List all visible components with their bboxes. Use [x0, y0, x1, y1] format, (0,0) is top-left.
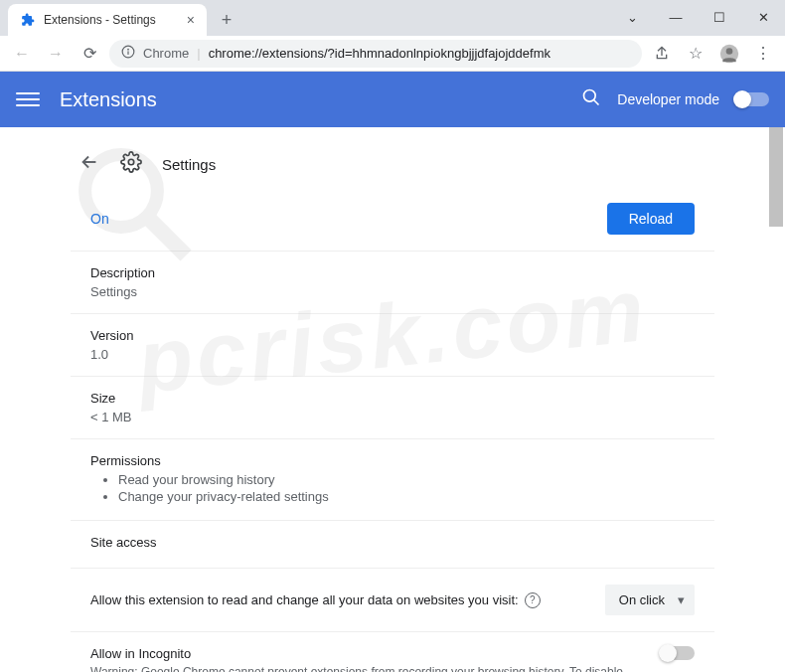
size-label: Size	[90, 391, 695, 406]
page-title: Extensions	[60, 88, 157, 111]
on-status-label: On	[90, 211, 109, 227]
svg-point-5	[584, 90, 596, 102]
maximize-icon[interactable]: ☐	[698, 2, 741, 32]
back-arrow-icon[interactable]	[78, 151, 100, 177]
developer-mode-label: Developer mode	[617, 91, 719, 107]
menu-dots-icon[interactable]: ⋮	[749, 40, 777, 68]
share-icon[interactable]	[648, 40, 676, 68]
menu-icon[interactable]	[16, 87, 40, 111]
permissions-label: Permissions	[90, 453, 695, 468]
close-window-icon[interactable]: ✕	[741, 2, 785, 32]
gear-icon	[120, 151, 142, 177]
incognito-warning: Warning: Google Chrome cannot prevent ex…	[90, 663, 641, 672]
svg-point-7	[128, 159, 134, 165]
site-access-header: Site access	[71, 521, 714, 569]
permission-item: Read your browsing history	[118, 472, 695, 487]
size-value: < 1 MB	[90, 410, 695, 424]
omnibox[interactable]: Chrome | chrome://extensions/?id=hhmnado…	[109, 40, 642, 68]
description-value: Settings	[90, 284, 695, 299]
permissions-list: Read your browsing history Change your p…	[90, 472, 695, 504]
svg-point-1	[127, 49, 129, 51]
extension-puzzle-icon	[20, 12, 36, 28]
site-access-label: Site access	[90, 535, 695, 550]
reload-button[interactable]: Reload	[607, 203, 695, 235]
version-section: Version 1.0	[71, 314, 714, 377]
extension-name: Settings	[162, 156, 216, 173]
tab-title: Extensions - Settings	[44, 13, 156, 27]
new-tab-button[interactable]: +	[213, 6, 240, 34]
search-icon[interactable]	[581, 87, 601, 111]
minimize-icon[interactable]: —	[654, 2, 698, 32]
svg-line-6	[594, 100, 599, 105]
close-tab-icon[interactable]: ×	[187, 12, 195, 28]
extension-detail-card: Settings On Reload Description Settings …	[71, 139, 714, 672]
profile-avatar-icon[interactable]	[715, 40, 743, 68]
incognito-label: Allow in Incognito	[90, 646, 641, 661]
scrollbar[interactable]	[769, 127, 783, 227]
browser-titlebar: Extensions - Settings × + ⌄ — ☐ ✕	[0, 0, 785, 36]
reload-icon[interactable]: ⟳	[76, 40, 103, 68]
description-label: Description	[90, 265, 695, 280]
omnibox-prefix: Chrome	[143, 46, 189, 61]
permission-item: Change your privacy-related settings	[118, 489, 695, 504]
window-dropdown-icon[interactable]: ⌄	[610, 2, 654, 32]
incognito-toggle[interactable]	[661, 646, 695, 660]
help-icon[interactable]: ?	[525, 592, 541, 608]
description-section: Description Settings	[71, 252, 714, 314]
svg-rect-2	[127, 51, 128, 55]
card-header: Settings	[71, 139, 714, 195]
back-icon[interactable]: ←	[8, 40, 36, 68]
version-label: Version	[90, 328, 695, 343]
permissions-section: Permissions Read your browsing history C…	[71, 439, 714, 521]
svg-point-4	[726, 48, 733, 55]
omnibox-url: chrome://extensions/?id=hhmnadonlnpiokng…	[209, 46, 550, 61]
size-section: Size < 1 MB	[71, 377, 714, 439]
site-info-icon	[121, 45, 135, 62]
window-controls: ⌄ — ☐ ✕	[610, 2, 785, 32]
bookmark-icon[interactable]: ☆	[682, 40, 709, 68]
browser-tab[interactable]: Extensions - Settings ×	[8, 4, 207, 36]
extensions-header: Extensions Developer mode	[0, 72, 785, 127]
forward-icon[interactable]: →	[42, 40, 70, 68]
site-access-row: Allow this extension to read and change …	[71, 569, 714, 632]
incognito-row: Allow in Incognito Warning: Google Chrom…	[71, 632, 714, 672]
site-access-dropdown[interactable]: On click	[605, 585, 695, 615]
content-area: Settings On Reload Description Settings …	[0, 127, 785, 672]
site-access-text: Allow this extension to read and change …	[90, 592, 519, 607]
version-value: 1.0	[90, 347, 695, 362]
address-bar: ← → ⟳ Chrome | chrome://extensions/?id=h…	[0, 36, 785, 72]
developer-mode-toggle[interactable]	[735, 92, 769, 106]
